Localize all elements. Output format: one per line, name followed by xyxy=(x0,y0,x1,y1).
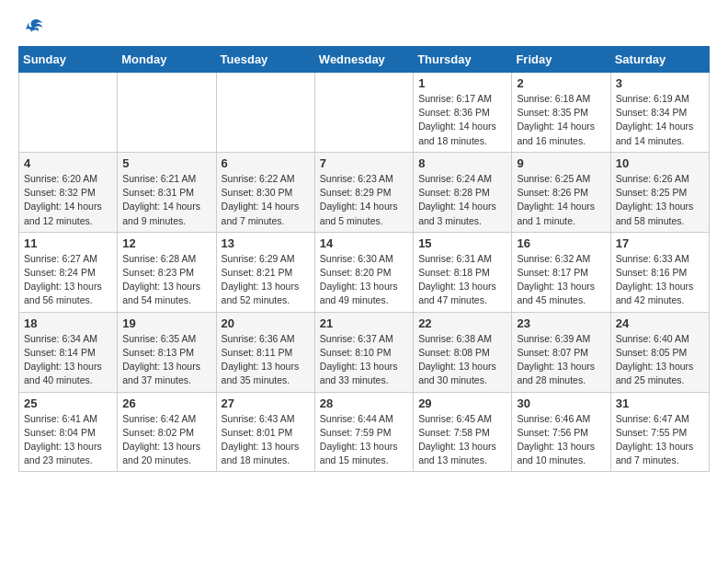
day-number: 14 xyxy=(320,236,408,250)
calendar-cell: 22Sunrise: 6:38 AMSunset: 8:08 PMDayligh… xyxy=(414,312,512,392)
day-info: Sunrise: 6:35 AMSunset: 8:13 PMDaylight:… xyxy=(122,332,210,388)
weekday-header-row: SundayMondayTuesdayWednesdayThursdayFrid… xyxy=(19,47,710,73)
day-number: 9 xyxy=(517,156,605,170)
day-info: Sunrise: 6:41 AMSunset: 8:04 PMDaylight:… xyxy=(24,412,112,468)
calendar-cell: 18Sunrise: 6:34 AMSunset: 8:14 PMDayligh… xyxy=(19,312,118,392)
calendar-cell: 16Sunrise: 6:32 AMSunset: 8:17 PMDayligh… xyxy=(512,232,610,312)
day-number: 18 xyxy=(24,316,112,330)
calendar-cell: 31Sunrise: 6:47 AMSunset: 7:55 PMDayligh… xyxy=(610,392,709,472)
day-info: Sunrise: 6:19 AMSunset: 8:34 PMDaylight:… xyxy=(616,92,704,148)
day-info: Sunrise: 6:25 AMSunset: 8:26 PMDaylight:… xyxy=(517,172,605,228)
day-info: Sunrise: 6:31 AMSunset: 8:18 PMDaylight:… xyxy=(418,252,506,308)
day-info: Sunrise: 6:36 AMSunset: 8:11 PMDaylight:… xyxy=(222,332,310,388)
calendar-cell: 29Sunrise: 6:45 AMSunset: 7:58 PMDayligh… xyxy=(414,392,512,472)
logo-bird-icon xyxy=(22,18,44,39)
weekday-header-sunday: Sunday xyxy=(19,47,118,73)
logo xyxy=(18,18,44,39)
weekday-header-friday: Friday xyxy=(512,47,610,73)
calendar-cell: 4Sunrise: 6:20 AMSunset: 8:32 PMDaylight… xyxy=(19,152,118,232)
day-number: 25 xyxy=(24,396,112,410)
day-info: Sunrise: 6:20 AMSunset: 8:32 PMDaylight:… xyxy=(24,172,112,228)
day-number: 31 xyxy=(616,396,704,410)
day-number: 4 xyxy=(24,156,112,170)
calendar-cell xyxy=(216,73,314,153)
day-info: Sunrise: 6:34 AMSunset: 8:14 PMDaylight:… xyxy=(24,332,112,388)
calendar-cell: 11Sunrise: 6:27 AMSunset: 8:24 PMDayligh… xyxy=(19,232,118,312)
day-info: Sunrise: 6:39 AMSunset: 8:07 PMDaylight:… xyxy=(517,332,605,388)
day-info: Sunrise: 6:18 AMSunset: 8:35 PMDaylight:… xyxy=(517,92,605,148)
calendar-week-row: 25Sunrise: 6:41 AMSunset: 8:04 PMDayligh… xyxy=(19,392,710,472)
weekday-header-monday: Monday xyxy=(118,47,216,73)
day-info: Sunrise: 6:17 AMSunset: 8:36 PMDaylight:… xyxy=(418,92,506,148)
calendar-cell: 13Sunrise: 6:29 AMSunset: 8:21 PMDayligh… xyxy=(216,232,314,312)
day-number: 11 xyxy=(24,236,112,250)
calendar-cell: 30Sunrise: 6:46 AMSunset: 7:56 PMDayligh… xyxy=(512,392,610,472)
calendar-body: 1Sunrise: 6:17 AMSunset: 8:36 PMDaylight… xyxy=(19,73,710,472)
calendar-week-row: 4Sunrise: 6:20 AMSunset: 8:32 PMDaylight… xyxy=(19,152,710,232)
calendar-week-row: 1Sunrise: 6:17 AMSunset: 8:36 PMDaylight… xyxy=(19,73,710,153)
day-info: Sunrise: 6:24 AMSunset: 8:28 PMDaylight:… xyxy=(418,172,506,228)
day-info: Sunrise: 6:43 AMSunset: 8:01 PMDaylight:… xyxy=(222,412,310,468)
day-info: Sunrise: 6:29 AMSunset: 8:21 PMDaylight:… xyxy=(222,252,310,308)
day-info: Sunrise: 6:37 AMSunset: 8:10 PMDaylight:… xyxy=(320,332,408,388)
calendar-cell: 1Sunrise: 6:17 AMSunset: 8:36 PMDaylight… xyxy=(414,73,512,153)
day-number: 30 xyxy=(517,396,605,410)
calendar-cell xyxy=(118,73,216,153)
calendar-cell: 19Sunrise: 6:35 AMSunset: 8:13 PMDayligh… xyxy=(118,312,216,392)
calendar-cell: 26Sunrise: 6:42 AMSunset: 8:02 PMDayligh… xyxy=(118,392,216,472)
day-number: 24 xyxy=(616,316,704,330)
calendar-cell: 9Sunrise: 6:25 AMSunset: 8:26 PMDaylight… xyxy=(512,152,610,232)
calendar-cell: 10Sunrise: 6:26 AMSunset: 8:25 PMDayligh… xyxy=(610,152,709,232)
calendar-week-row: 11Sunrise: 6:27 AMSunset: 8:24 PMDayligh… xyxy=(19,232,710,312)
day-number: 8 xyxy=(418,156,506,170)
calendar-cell: 27Sunrise: 6:43 AMSunset: 8:01 PMDayligh… xyxy=(216,392,314,472)
day-number: 15 xyxy=(418,236,506,250)
calendar-cell: 2Sunrise: 6:18 AMSunset: 8:35 PMDaylight… xyxy=(512,73,610,153)
calendar-cell: 15Sunrise: 6:31 AMSunset: 8:18 PMDayligh… xyxy=(414,232,512,312)
calendar-cell: 14Sunrise: 6:30 AMSunset: 8:20 PMDayligh… xyxy=(314,232,413,312)
calendar-cell: 24Sunrise: 6:40 AMSunset: 8:05 PMDayligh… xyxy=(610,312,709,392)
day-info: Sunrise: 6:38 AMSunset: 8:08 PMDaylight:… xyxy=(418,332,506,388)
day-number: 3 xyxy=(616,76,704,90)
day-info: Sunrise: 6:28 AMSunset: 8:23 PMDaylight:… xyxy=(122,252,210,308)
day-info: Sunrise: 6:42 AMSunset: 8:02 PMDaylight:… xyxy=(122,412,210,468)
day-info: Sunrise: 6:30 AMSunset: 8:20 PMDaylight:… xyxy=(320,252,408,308)
day-number: 6 xyxy=(222,156,310,170)
day-info: Sunrise: 6:46 AMSunset: 7:56 PMDaylight:… xyxy=(517,412,605,468)
day-info: Sunrise: 6:47 AMSunset: 7:55 PMDaylight:… xyxy=(616,412,704,468)
day-info: Sunrise: 6:44 AMSunset: 7:59 PMDaylight:… xyxy=(320,412,408,468)
calendar-cell: 7Sunrise: 6:23 AMSunset: 8:29 PMDaylight… xyxy=(314,152,413,232)
day-number: 10 xyxy=(616,156,704,170)
weekday-header-saturday: Saturday xyxy=(610,47,709,73)
day-number: 2 xyxy=(517,76,605,90)
weekday-header-tuesday: Tuesday xyxy=(216,47,314,73)
calendar-week-row: 18Sunrise: 6:34 AMSunset: 8:14 PMDayligh… xyxy=(19,312,710,392)
day-number: 13 xyxy=(222,236,310,250)
day-info: Sunrise: 6:22 AMSunset: 8:30 PMDaylight:… xyxy=(222,172,310,228)
day-number: 28 xyxy=(320,396,408,410)
day-number: 20 xyxy=(222,316,310,330)
calendar-cell: 12Sunrise: 6:28 AMSunset: 8:23 PMDayligh… xyxy=(118,232,216,312)
weekday-header-wednesday: Wednesday xyxy=(314,47,413,73)
calendar-cell: 5Sunrise: 6:21 AMSunset: 8:31 PMDaylight… xyxy=(118,152,216,232)
day-info: Sunrise: 6:33 AMSunset: 8:16 PMDaylight:… xyxy=(616,252,704,308)
calendar-cell: 25Sunrise: 6:41 AMSunset: 8:04 PMDayligh… xyxy=(19,392,118,472)
day-number: 1 xyxy=(418,76,506,90)
weekday-header-thursday: Thursday xyxy=(414,47,512,73)
day-info: Sunrise: 6:32 AMSunset: 8:17 PMDaylight:… xyxy=(517,252,605,308)
calendar-cell: 20Sunrise: 6:36 AMSunset: 8:11 PMDayligh… xyxy=(216,312,314,392)
day-number: 19 xyxy=(122,316,210,330)
day-number: 23 xyxy=(517,316,605,330)
day-info: Sunrise: 6:21 AMSunset: 8:31 PMDaylight:… xyxy=(122,172,210,228)
calendar-cell: 6Sunrise: 6:22 AMSunset: 8:30 PMDaylight… xyxy=(216,152,314,232)
day-number: 12 xyxy=(122,236,210,250)
calendar-cell: 23Sunrise: 6:39 AMSunset: 8:07 PMDayligh… xyxy=(512,312,610,392)
day-number: 17 xyxy=(616,236,704,250)
calendar-cell: 28Sunrise: 6:44 AMSunset: 7:59 PMDayligh… xyxy=(314,392,413,472)
day-number: 16 xyxy=(517,236,605,250)
day-info: Sunrise: 6:27 AMSunset: 8:24 PMDaylight:… xyxy=(24,252,112,308)
page-header xyxy=(18,15,710,39)
day-info: Sunrise: 6:40 AMSunset: 8:05 PMDaylight:… xyxy=(616,332,704,388)
day-info: Sunrise: 6:26 AMSunset: 8:25 PMDaylight:… xyxy=(616,172,704,228)
day-number: 27 xyxy=(222,396,310,410)
